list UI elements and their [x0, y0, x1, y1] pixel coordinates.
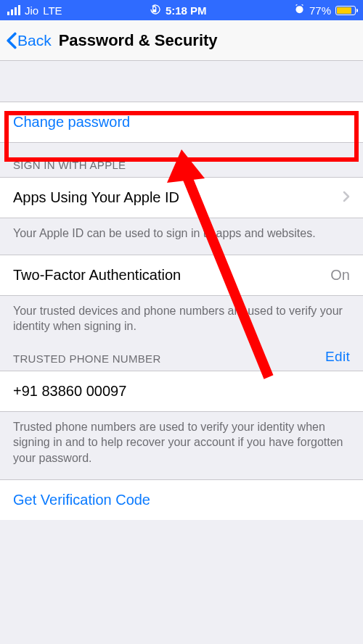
apps-using-apple-id-row[interactable]: Apps Using Your Apple ID [0, 177, 363, 218]
phone-number-label: +91 83860 00097 [13, 383, 126, 400]
signal-icon [7, 5, 20, 15]
apps-using-footer: Your Apple ID can be used to sign in to … [0, 218, 363, 255]
two-factor-row[interactable]: Two-Factor Authentication On [0, 255, 363, 296]
nav-bar: Back Password & Security [0, 20, 363, 61]
alarm-icon [294, 4, 305, 17]
network-label: LTE [43, 4, 62, 17]
apps-using-label: Apps Using Your Apple ID [13, 189, 179, 206]
trusted-phone-footer: Trusted phone numbers are used to verify… [0, 412, 363, 479]
chevron-left-icon [6, 32, 17, 49]
svg-point-1 [295, 6, 303, 13]
trusted-phone-header: TRUSTED PHONE NUMBER Edit [0, 340, 363, 371]
two-factor-value: On [330, 267, 350, 284]
edit-button[interactable]: Edit [325, 349, 350, 365]
two-factor-footer: Your trusted devices and phone numbers a… [0, 296, 363, 340]
two-factor-label: Two-Factor Authentication [13, 267, 181, 284]
orientation-lock-icon [150, 4, 161, 17]
content: Change password SIGN IN WITH APPLE Apps … [0, 61, 363, 520]
change-password-label: Change password [13, 114, 130, 131]
svg-rect-0 [152, 9, 156, 12]
trusted-phone-row[interactable]: +91 83860 00097 [0, 371, 363, 412]
carrier-label: Jio [25, 4, 38, 17]
page-title: Password & Security [59, 31, 218, 50]
change-password-row[interactable]: Change password [0, 102, 363, 143]
back-button[interactable]: Back [6, 32, 52, 49]
status-bar: Jio LTE 5:18 PM 77% [0, 0, 363, 20]
battery-pct-label: 77% [309, 4, 331, 17]
back-label: Back [17, 32, 52, 49]
chevron-right-icon [343, 189, 350, 206]
get-verification-code-label: Get Verification Code [13, 492, 150, 508]
get-verification-code-row[interactable]: Get Verification Code [0, 479, 363, 520]
battery-icon [335, 6, 356, 15]
sign-in-with-apple-header: SIGN IN WITH APPLE [0, 143, 363, 177]
time-label: 5:18 PM [166, 4, 207, 17]
